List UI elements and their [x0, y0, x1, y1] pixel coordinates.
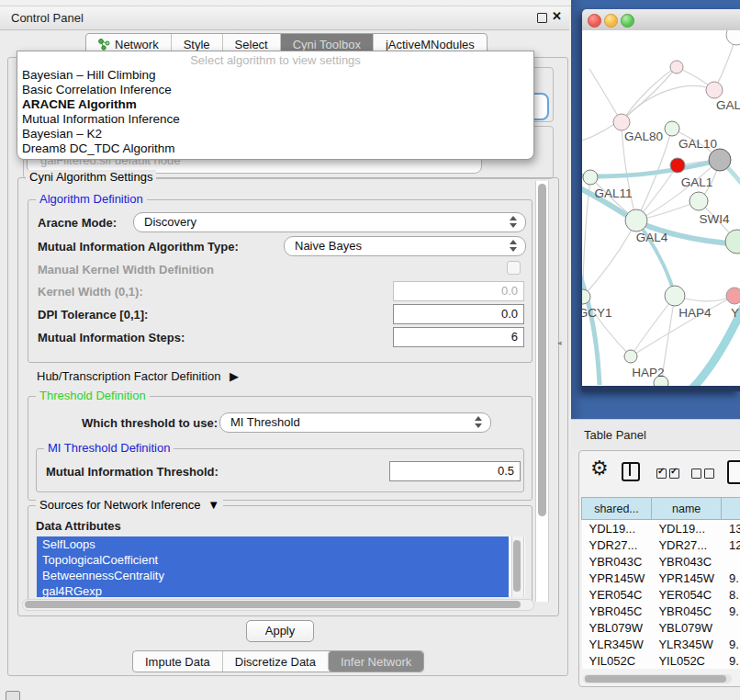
node-gray[interactable] — [709, 149, 731, 171]
column-header-name[interactable]: name — [651, 498, 722, 520]
sources-title[interactable]: Sources for Network Inference ▼ — [36, 498, 223, 512]
settings-horizontal-scrollbar[interactable] — [22, 599, 534, 611]
node-red-selected[interactable] — [670, 158, 685, 173]
table-row[interactable]: YDR27...YDR27...12 — [582, 536, 740, 553]
cell[interactable]: 12 — [722, 536, 740, 553]
algorithm-option[interactable]: Dream8 DC_TDC Algorithm — [17, 141, 533, 156]
algorithm-option[interactable]: Basic Correlation Inference — [17, 83, 533, 97]
cell[interactable]: 9. — [722, 652, 740, 669]
table-hscroll-thumb[interactable] — [585, 675, 726, 683]
gear-icon[interactable]: ⚙ — [590, 457, 609, 480]
hub-definition-expander[interactable]: Hub/Transcription Factor Definition ▶ — [37, 369, 239, 383]
node-hap2[interactable] — [624, 350, 637, 363]
node-unlabeled-top[interactable] — [726, 30, 740, 45]
deselect-all-columns-icon[interactable] — [691, 469, 714, 479]
algorithm-option-selected[interactable]: ARACNE Algorithm — [17, 97, 533, 112]
table-row[interactable]: YBR045CYBR045C9. — [582, 603, 740, 619]
dpi-tolerance-field[interactable]: 0.0 — [393, 304, 524, 324]
cell[interactable]: YBR045C — [651, 603, 722, 619]
float-window-icon[interactable] — [537, 13, 547, 23]
node-gal80[interactable] — [613, 114, 630, 130]
bottom-left-panel-icon[interactable] — [6, 691, 20, 700]
cell[interactable]: 13 — [722, 520, 740, 537]
cell[interactable]: YDR27... — [651, 536, 722, 553]
cell[interactable]: YDR27... — [582, 536, 652, 553]
list-item[interactable]: TopologicalCoefficient — [37, 552, 509, 568]
minimize-traffic-light[interactable] — [604, 14, 618, 28]
tab-impute-data[interactable]: Impute Data — [133, 651, 222, 672]
list-item[interactable]: BetweennessCentrality — [37, 568, 509, 583]
cell[interactable]: YDL19... — [582, 520, 652, 537]
nodes[interactable] — [582, 30, 740, 386]
cell[interactable]: YLR345W — [582, 636, 652, 652]
node-hap4[interactable] — [665, 286, 685, 306]
node-gal11[interactable] — [583, 170, 598, 185]
tab-infer-network[interactable]: Infer Network — [328, 651, 423, 672]
list-vertical-scrollbar[interactable] — [511, 536, 524, 597]
cell[interactable]: YIL052C — [582, 652, 652, 669]
algorithm-option[interactable]: Bayesian – K2 — [17, 127, 533, 141]
cell[interactable]: YBR043C — [582, 553, 652, 570]
close-traffic-light[interactable] — [588, 14, 601, 28]
cell[interactable] — [722, 553, 740, 570]
table-horizontal-scrollbar[interactable] — [583, 674, 732, 683]
cell[interactable]: YBR045C — [582, 603, 652, 619]
splitpane-handle-icon[interactable]: ◂ — [557, 338, 562, 347]
column-header-cut[interactable] — [722, 498, 740, 520]
algorithm-option[interactable]: Bayesian – Hill Climbing — [17, 68, 533, 83]
network-window-titlebar[interactable] — [582, 9, 740, 31]
new-table-icon[interactable] — [727, 460, 740, 484]
table-row[interactable]: YDL19...YDL19...13 — [582, 520, 740, 537]
algorithm-option[interactable]: Mutual Information Inference — [17, 112, 533, 127]
table-row[interactable]: YIL052CYIL052C9. — [582, 652, 740, 669]
table-row[interactable]: YPR145WYPR145W9. — [582, 570, 740, 586]
which-threshold-combobox[interactable]: MI Threshold — [219, 412, 491, 433]
cell[interactable]: YDL19... — [651, 520, 722, 537]
node-gal10[interactable] — [665, 121, 679, 136]
mi-steps-field[interactable]: 6 — [393, 327, 524, 347]
node-salmon[interactable] — [726, 288, 740, 304]
table-row[interactable]: YLR345WYLR345W9. — [582, 636, 740, 652]
node-pink-small[interactable] — [670, 61, 683, 73]
cell[interactable]: 8. — [722, 586, 740, 603]
kernel-width-field[interactable]: 0.0 — [393, 281, 524, 301]
close-icon[interactable]: ✕ — [552, 9, 562, 23]
cell[interactable]: YBL079W — [582, 619, 652, 636]
node-table[interactable]: shared... name YDL19...YDL19...13 YDR27.… — [581, 497, 740, 669]
settings-hscroll-thumb[interactable] — [25, 601, 521, 608]
cell[interactable]: YIL052C — [651, 652, 722, 669]
cell[interactable]: 9. — [722, 636, 740, 652]
zoom-traffic-light[interactable] — [621, 14, 634, 28]
list-item[interactable]: SelfLoops — [37, 536, 509, 552]
settings-vscroll-thumb[interactable] — [538, 184, 546, 516]
cell[interactable]: YPR145W — [582, 570, 652, 586]
cell[interactable]: YBL079W — [651, 619, 722, 636]
node-gal1[interactable] — [690, 192, 708, 210]
cell[interactable]: 9. — [722, 570, 740, 586]
table-row[interactable]: YER054CYER054C8. — [582, 586, 740, 603]
network-canvas[interactable]: GAL80 GAL10 GAL11 GAL1 GAL4 SWI4 GCY1 HA… — [582, 30, 740, 386]
table-row[interactable]: YBR043CYBR043C — [582, 553, 740, 570]
tab-discretize-data[interactable]: Discretize Data — [222, 651, 328, 672]
cell[interactable]: YER054C — [651, 586, 722, 603]
list-item[interactable]: gal4RGexp — [37, 583, 509, 597]
mi-threshold-field[interactable]: 0.5 — [389, 461, 521, 481]
node-gal4[interactable] — [625, 209, 647, 231]
table-row[interactable]: YBL079WYBL079W — [582, 619, 740, 636]
select-all-columns-icon[interactable] — [656, 469, 679, 479]
cell[interactable] — [722, 619, 740, 636]
cell[interactable]: YBR043C — [651, 553, 722, 570]
cell[interactable]: YLR345W — [651, 636, 722, 652]
aracne-mode-combobox[interactable]: Discovery — [133, 212, 526, 232]
list-scrollbar-thumb[interactable] — [513, 540, 521, 592]
columns-icon[interactable] — [622, 462, 640, 481]
data-attributes-list[interactable]: SelfLoops TopologicalCoefficient Between… — [37, 536, 525, 597]
node-swi4[interactable] — [725, 230, 740, 254]
settings-vertical-scrollbar[interactable] — [535, 181, 549, 602]
cell[interactable]: YER054C — [582, 586, 652, 603]
cell[interactable]: 9. — [722, 603, 740, 619]
mi-type-combobox[interactable]: Naive Bayes — [284, 236, 526, 256]
manual-kernel-checkbox[interactable] — [507, 261, 521, 275]
column-header-shared-name[interactable]: shared... — [582, 498, 652, 520]
apply-button[interactable]: Apply — [246, 620, 314, 642]
